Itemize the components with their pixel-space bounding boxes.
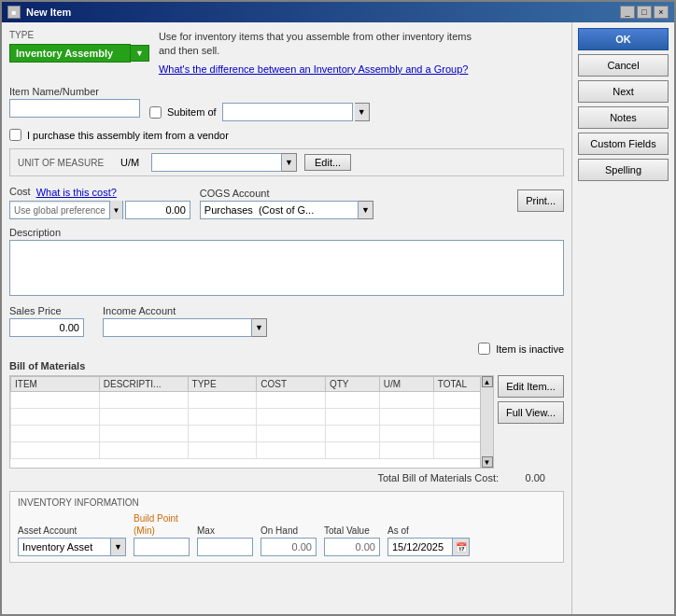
description-section: Description — [9, 227, 564, 298]
main-content: TYPE Inventory Assembly ▼ Use for invent… — [2, 22, 674, 614]
total-value-label: Total Value — [324, 525, 380, 536]
asset-account-input[interactable] — [18, 538, 111, 556]
description-textarea[interactable] — [9, 240, 564, 296]
full-view-button[interactable]: Full View... — [498, 401, 564, 424]
global-pref-text: Use global preference — [10, 203, 109, 217]
bom-scrollbar[interactable]: ▲ ▼ — [480, 376, 493, 468]
asset-account-combo: ▼ — [18, 538, 126, 556]
max-label: Max — [197, 525, 253, 536]
income-account-input[interactable] — [103, 318, 252, 337]
as-of-label: As of — [387, 525, 470, 536]
cost-amount-input[interactable] — [125, 201, 190, 219]
type-select[interactable]: Inventory Assembly — [9, 44, 131, 63]
bom-section: Bill of Materials ITEM DESCRIPTI... TYPE… — [9, 360, 564, 483]
print-row: Print... — [517, 189, 564, 216]
close-button[interactable]: × — [654, 6, 669, 19]
income-dropdown-arrow[interactable]: ▼ — [252, 318, 267, 337]
subitem-row: Subitem of ▼ — [149, 103, 370, 121]
build-point-label1: Build Point — [134, 513, 190, 524]
table-row — [11, 409, 493, 426]
purchase-checkbox[interactable] — [9, 129, 21, 141]
cogs-dropdown-arrow[interactable]: ▼ — [359, 201, 373, 219]
income-account-label: Income Account — [103, 305, 564, 316]
cost-cogs-row: Cost What is this cost? Use global prefe… — [9, 186, 564, 219]
subitem-label: Subitem of — [167, 106, 217, 118]
print-button[interactable]: Print... — [517, 189, 564, 212]
inventory-row: Asset Account ▼ Build Point (Min) Max — [18, 513, 556, 556]
purchase-label: I purchase this assembly item from a ven… — [27, 130, 229, 141]
income-combo: ▼ — [103, 318, 564, 337]
sales-section: Sales Price — [9, 305, 84, 337]
calendar-icon[interactable]: 📅 — [453, 538, 470, 556]
type-dropdown: Inventory Assembly ▼ — [9, 44, 149, 63]
ok-button[interactable]: OK — [578, 28, 669, 50]
asset-account-arrow[interactable]: ▼ — [111, 538, 126, 556]
cost-link[interactable]: What is this cost? — [36, 187, 117, 198]
total-value-field: Total Value — [324, 525, 380, 556]
bom-table: ITEM DESCRIPTI... TYPE COST QTY U/M TOTA… — [10, 376, 493, 459]
income-section: Income Account ▼ — [103, 305, 564, 337]
cost-label: Cost — [9, 186, 31, 197]
uom-dropdown-arrow[interactable]: ▼ — [282, 153, 297, 172]
type-desc-line2: and then sell. — [159, 44, 472, 58]
subitem-dropdown-arrow[interactable]: ▼ — [355, 103, 370, 121]
bom-total-value: 0.00 — [508, 472, 545, 483]
subitem-checkbox[interactable] — [149, 106, 162, 119]
asset-account-field: Asset Account ▼ — [18, 525, 126, 556]
spelling-button[interactable]: Spelling — [578, 159, 669, 181]
table-row — [11, 442, 493, 459]
subitem-input[interactable] — [222, 103, 353, 121]
inventory-section: INVENTORY INFORMATION Asset Account ▼ Bu… — [9, 491, 564, 563]
cogs-section: COGS Account ▼ — [200, 188, 508, 219]
uom-section: UNIT OF MEASURE U/M ▼ Edit... — [9, 148, 564, 176]
cancel-button[interactable]: Cancel — [578, 54, 669, 77]
item-name-label: Item Name/Number — [9, 86, 140, 97]
minimize-button[interactable]: _ — [620, 6, 635, 19]
bom-row: ITEM DESCRIPTI... TYPE COST QTY U/M TOTA… — [9, 375, 564, 469]
sales-price-input[interactable] — [9, 318, 84, 337]
cost-input-row: Use global preference ▼ — [9, 201, 190, 219]
item-inactive-checkbox[interactable] — [478, 343, 490, 355]
build-point-label2: (Min) — [134, 525, 190, 536]
type-link[interactable]: What's the difference between an Invento… — [159, 63, 472, 77]
maximize-button[interactable]: □ — [637, 6, 652, 19]
scroll-down-arrow[interactable]: ▼ — [482, 456, 493, 468]
type-description: Use for inventory items that you assembl… — [159, 30, 472, 77]
max-input[interactable] — [197, 538, 253, 556]
uom-row: U/M ▼ Edit... — [120, 153, 351, 172]
item-name-input[interactable] — [9, 99, 140, 118]
custom-fields-button[interactable]: Custom Fields — [578, 133, 669, 155]
as-of-input[interactable] — [387, 538, 453, 556]
next-button[interactable]: Next — [578, 80, 669, 103]
bom-col-qty: QTY — [325, 377, 379, 392]
edit-item-button[interactable]: Edit Item... — [498, 375, 564, 398]
cogs-input[interactable] — [200, 201, 359, 219]
bom-total-label: Total Bill of Materials Cost: — [377, 472, 499, 483]
bom-table-container: ITEM DESCRIPTI... TYPE COST QTY U/M TOTA… — [9, 375, 494, 469]
inactive-row: Item is inactive — [9, 343, 564, 355]
uom-input[interactable] — [151, 153, 282, 172]
type-section: TYPE Inventory Assembly ▼ — [9, 30, 149, 63]
bom-side-buttons: Edit Item... Full View... — [498, 375, 564, 424]
build-point-field: Build Point (Min) — [134, 513, 190, 556]
global-pref-combo: Use global preference ▼ — [9, 201, 123, 219]
on-hand-input — [261, 538, 317, 556]
bom-col-desc: DESCRIPTI... — [99, 377, 188, 392]
window-controls: _ □ × — [620, 6, 669, 19]
bom-total-row: Total Bill of Materials Cost: 0.00 — [9, 472, 564, 483]
global-pref-arrow[interactable]: ▼ — [109, 201, 122, 219]
max-field: Max — [197, 525, 253, 556]
scroll-up-arrow[interactable]: ▲ — [482, 376, 493, 387]
total-value-input — [324, 538, 380, 556]
description-label: Description — [9, 227, 564, 238]
bom-col-um: U/M — [379, 377, 433, 392]
on-hand-field: On Hand — [261, 525, 317, 556]
bom-label: Bill of Materials — [9, 360, 564, 371]
on-hand-label: On Hand — [261, 525, 317, 536]
uom-text: U/M — [120, 157, 144, 168]
type-dropdown-arrow[interactable]: ▼ — [131, 45, 149, 62]
uom-edit-button[interactable]: Edit... — [304, 154, 351, 171]
build-point-input[interactable] — [134, 538, 190, 556]
title-bar: ■ New Item _ □ × — [2, 2, 674, 22]
notes-button[interactable]: Notes — [578, 106, 669, 129]
